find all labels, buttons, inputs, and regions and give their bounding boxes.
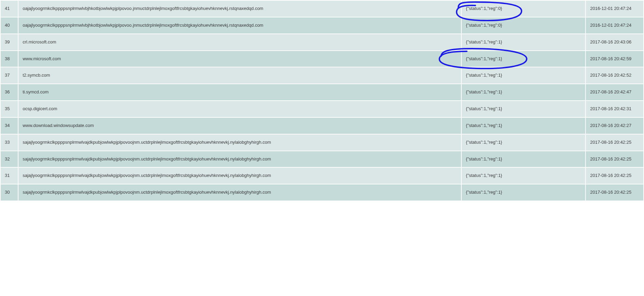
- row-time: 2017-08-16 20:42:25: [586, 184, 643, 201]
- row-id: 37: [1, 67, 18, 83]
- row-host: www.microsoft.com: [18, 51, 461, 67]
- row-id: 40: [1, 17, 18, 34]
- row-host: ocsp.digicert.com: [18, 101, 461, 117]
- row-json: {"status":1,"reg":1}: [462, 67, 585, 83]
- row-host: oajajlyoogrmkclkppppsnplrmwlvbjhkotbjowl…: [18, 17, 461, 34]
- log-table: 41oajajlyoogrmkclkppppsnplrmwlvbjhkotbjo…: [0, 0, 644, 201]
- row-id: 33: [1, 134, 18, 151]
- row-json: {"status":1,"reg":1}: [462, 168, 585, 184]
- row-time: 2017-08-16 20:42:31: [586, 101, 643, 117]
- row-host: oajajlyoogrmkclkppppsnplrmwlvbjhkotbjowl…: [18, 1, 461, 17]
- table-row[interactable]: 37t2.symcb.com{"status":1,"reg":1}2017-0…: [1, 67, 643, 83]
- row-time: 2017-08-16 20:42:27: [586, 118, 643, 134]
- row-time: 2016-12-01 20:47:24: [586, 1, 643, 17]
- row-host: sajajlyoogrmkclkppppsnplrmwlvajdkpubjowl…: [18, 134, 461, 151]
- row-id: 39: [1, 34, 18, 50]
- row-time: 2017-08-16 20:42:59: [586, 51, 643, 67]
- row-id: 38: [1, 51, 18, 67]
- row-host: sajajlyoogrmkclkppppsnplrmwlvajdkpubjowl…: [18, 184, 461, 201]
- row-json: {"status":1,"reg":1}: [462, 51, 585, 67]
- row-id: 31: [1, 168, 18, 184]
- row-json: {"status":1,"reg":1}: [462, 151, 585, 167]
- row-id: 30: [1, 184, 18, 201]
- row-host: sajajlyoogrmkclkppppsnplrmwlvajdkpubjowl…: [18, 168, 461, 184]
- row-host: sajajlyoogrmkclkppppsnplrmwlvajdkpubjowl…: [18, 151, 461, 167]
- row-time: 2017-08-16 20:42:25: [586, 168, 643, 184]
- table-row[interactable]: 36ti.symcd.com{"status":1,"reg":1}2017-0…: [1, 84, 643, 100]
- row-json: {"status":1,"reg":1}: [462, 134, 585, 151]
- table-row[interactable]: 33sajajlyoogrmkclkppppsnplrmwlvajdkpubjo…: [1, 134, 643, 151]
- row-json: {"status":1,"reg":1}: [462, 84, 585, 100]
- row-host: ti.symcd.com: [18, 84, 461, 100]
- row-time: 2017-08-16 20:42:25: [586, 151, 643, 167]
- row-json: {"status":1,"reg":0}: [462, 1, 585, 17]
- row-json: {"status":1,"reg":1}: [462, 34, 585, 50]
- row-json: {"status":1,"reg":1}: [462, 118, 585, 134]
- table-row[interactable]: 31sajajlyoogrmkclkppppsnplrmwlvajdkpubjo…: [1, 168, 643, 184]
- row-host: www.download.windowsupdate.com: [18, 118, 461, 134]
- row-time: 2017-08-16 20:42:52: [586, 67, 643, 83]
- row-id: 41: [1, 1, 18, 17]
- row-host: t2.symcb.com: [18, 67, 461, 83]
- row-json: {"status":1,"reg":1}: [462, 101, 585, 117]
- table-row[interactable]: 38www.microsoft.com{"status":1,"reg":1}2…: [1, 51, 643, 67]
- table-row[interactable]: 41oajajlyoogrmkclkppppsnplrmwlvbjhkotbjo…: [1, 1, 643, 17]
- row-host: crl.microsoft.com: [18, 34, 461, 50]
- table-row[interactable]: 32sajajlyoogrmkclkppppsnplrmwlvajdkpubjo…: [1, 151, 643, 167]
- row-id: 34: [1, 118, 18, 134]
- row-id: 35: [1, 101, 18, 117]
- row-id: 32: [1, 151, 18, 167]
- table-row[interactable]: 35ocsp.digicert.com{"status":1,"reg":1}2…: [1, 101, 643, 117]
- row-json: {"status":1,"reg":1}: [462, 184, 585, 201]
- table-row[interactable]: 39crl.microsoft.com{"status":1,"reg":1}2…: [1, 34, 643, 50]
- row-json: {"status":1,"reg":0}: [462, 17, 585, 34]
- table-row[interactable]: 30sajajlyoogrmkclkppppsnplrmwlvajdkpubjo…: [1, 184, 643, 201]
- row-time: 2017-08-16 20:43:06: [586, 34, 643, 50]
- row-time: 2017-08-16 20:42:25: [586, 134, 643, 151]
- table-row[interactable]: 40oajajlyoogrmkclkppppsnplrmwlvbjhkotbjo…: [1, 17, 643, 34]
- table-row[interactable]: 34www.download.windowsupdate.com{"status…: [1, 118, 643, 134]
- row-time: 2017-08-16 20:42:47: [586, 84, 643, 100]
- row-id: 36: [1, 84, 18, 100]
- row-time: 2016-12-01 20:47:24: [586, 17, 643, 34]
